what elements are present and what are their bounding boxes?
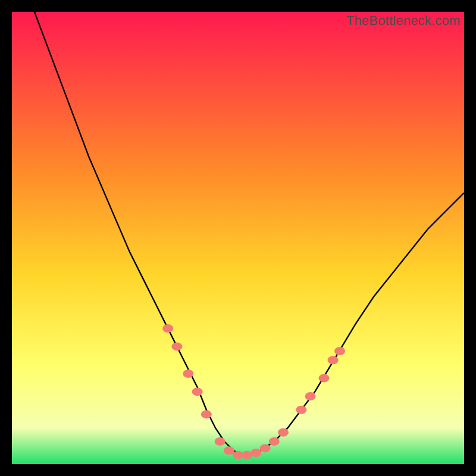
marker-dot [296,406,306,414]
chart-svg [12,12,464,464]
marker-dot [192,387,203,396]
marker-dot [318,374,329,383]
chart-frame: TheBottleneck.com [12,12,464,464]
marker-dot [328,356,339,364]
marker-dot [201,410,212,418]
marker-dot [224,446,234,455]
marker-dot [162,324,173,333]
watermark-text: TheBottleneck.com [346,13,461,29]
marker-dot [278,428,289,437]
marker-dot [171,342,182,350]
marker-dot [242,451,252,459]
gradient-background [12,12,464,464]
marker-dot [215,437,226,446]
marker-dot [305,392,316,400]
marker-dot [334,347,345,355]
marker-dot [250,449,261,457]
marker-dot [183,369,193,378]
marker-dot [260,444,271,452]
marker-dot [269,437,280,446]
